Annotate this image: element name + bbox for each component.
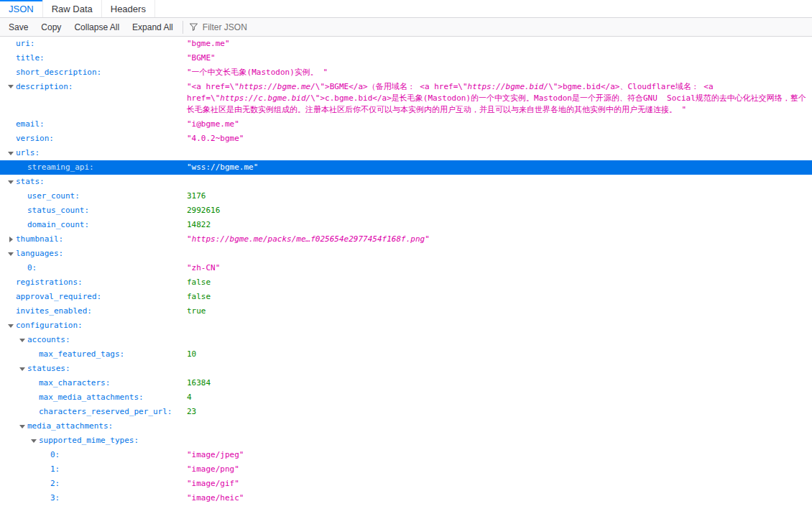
json-row-uri[interactable]: uri:"bgme.me" (0, 37, 812, 51)
key-cell: 3: (0, 491, 187, 505)
json-key: 2: (50, 477, 60, 491)
json-row-approval_required[interactable]: approval_required:false (0, 290, 812, 304)
json-key: version: (16, 132, 54, 146)
json-key: approval_required: (16, 290, 101, 304)
json-row-languages[interactable]: languages: (0, 247, 812, 261)
indent-spacer (17, 203, 27, 218)
indent-spacer (6, 290, 16, 304)
json-row-short_description[interactable]: short_description:"一个中文长毛象(Mastodon)实例。 … (0, 65, 812, 80)
json-row-statuses[interactable]: statuses: (0, 362, 812, 376)
collapse-twisty-icon[interactable] (6, 318, 16, 333)
json-key: configuration: (16, 318, 83, 333)
json-row-max_characters[interactable]: max_characters:16384 (0, 376, 812, 390)
indent-spacer (29, 376, 39, 390)
tab-json-label: JSON (9, 4, 34, 14)
json-row-status_count[interactable]: status_count:2992616 (0, 203, 812, 218)
tab-raw-data[interactable]: Raw Data (43, 0, 102, 17)
json-key: 3: (50, 491, 60, 505)
json-key: status_count: (27, 203, 89, 218)
indent-spacer (40, 462, 50, 477)
json-row-max_media_attachments[interactable]: max_media_attachments:4 (0, 390, 812, 405)
url-link[interactable]: https://bgme.bid/ (468, 82, 549, 91)
collapse-twisty-icon[interactable] (17, 333, 27, 347)
json-row-supported_mime_types[interactable]: supported_mime_types: (0, 434, 812, 448)
json-value: true (187, 306, 206, 316)
json-row-2[interactable]: 2:"image/gif" (0, 477, 812, 491)
collapse-twisty-icon[interactable] (17, 362, 27, 376)
json-value: " (425, 234, 430, 244)
expand-all-button[interactable]: Expand All (126, 18, 180, 36)
json-row-media_attachments[interactable]: media_attachments: (0, 419, 812, 434)
key-cell: 2: (0, 477, 187, 491)
filter-json-input[interactable] (203, 18, 812, 36)
json-row-urls[interactable]: urls: (0, 146, 812, 160)
collapse-twisty-icon[interactable] (29, 434, 39, 448)
json-row-4[interactable]: 4:"image/heif" (0, 505, 812, 509)
value-cell: false (187, 290, 812, 304)
json-row-user_count[interactable]: user_count:3176 (0, 189, 812, 203)
json-value: false (187, 278, 211, 287)
expand-twisty-icon[interactable] (6, 232, 16, 247)
indent-spacer (17, 160, 27, 175)
value-cell: "BGME" (187, 51, 812, 65)
collapse-twisty-icon[interactable] (6, 175, 16, 189)
json-key: urls: (16, 146, 40, 160)
json-key: short_description: (16, 65, 101, 80)
indent-spacer (6, 117, 16, 132)
json-key: max_featured_tags: (39, 347, 124, 362)
tab-headers[interactable]: Headers (102, 0, 155, 17)
value-cell: "https://bgme.me/packs/me…f025654e297745… (187, 232, 812, 247)
key-cell: 0: (0, 448, 187, 462)
json-row-accounts[interactable]: accounts: (0, 333, 812, 347)
key-cell: urls: (0, 146, 187, 160)
copy-button[interactable]: Copy (34, 18, 68, 36)
save-button[interactable]: Save (2, 18, 34, 36)
json-row-3[interactable]: 3:"image/heic" (0, 491, 812, 505)
collapse-twisty-icon[interactable] (6, 247, 16, 261)
value-cell: "zh-CN" (187, 261, 812, 275)
json-row-email[interactable]: email:"i@bgme.me" (0, 117, 812, 132)
json-row-0[interactable]: 0:"zh-CN" (0, 261, 812, 275)
json-row-1[interactable]: 1:"image/png" (0, 462, 812, 477)
value-cell (187, 362, 812, 376)
json-row-characters_reserved_per_url[interactable]: characters_reserved_per_url:23 (0, 405, 812, 419)
value-cell: "image/heic" (187, 491, 812, 505)
json-row-title[interactable]: title:"BGME" (0, 51, 812, 65)
key-cell: domain_count: (0, 218, 187, 232)
json-row-registrations[interactable]: registrations:false (0, 275, 812, 290)
json-key: registrations: (16, 275, 83, 290)
json-row-0[interactable]: 0:"image/jpeg" (0, 448, 812, 462)
json-row-max_featured_tags[interactable]: max_featured_tags:10 (0, 347, 812, 362)
tab-json[interactable]: JSON (0, 0, 43, 17)
url-link[interactable]: https://c.bgme.bid/ (220, 93, 310, 103)
json-row-stats[interactable]: stats: (0, 175, 812, 189)
json-key: media_attachments: (27, 419, 113, 434)
collapse-twisty-icon[interactable] (6, 146, 16, 160)
value-cell: "bgme.me" (187, 37, 812, 51)
collapse-twisty-icon[interactable] (17, 419, 27, 434)
json-row-invites_enabled[interactable]: invites_enabled:true (0, 304, 812, 318)
url-link[interactable]: https://bgme.me/packs/me…f025654e2977454… (192, 234, 425, 244)
json-row-domain_count[interactable]: domain_count:14822 (0, 218, 812, 232)
json-value: "wss://bgme.me" (187, 162, 258, 172)
json-row-configuration[interactable]: configuration: (0, 318, 812, 333)
json-row-description[interactable]: description:"<a href=\"https://bgme.me/\… (0, 80, 812, 117)
json-value: 23 (187, 407, 196, 416)
value-cell: 2992616 (187, 203, 812, 218)
indent-spacer (40, 477, 50, 491)
key-cell: registrations: (0, 275, 187, 290)
json-key: 4: (50, 505, 60, 509)
json-row-streaming_api[interactable]: streaming_api:"wss://bgme.me" (0, 160, 812, 175)
json-row-version[interactable]: version:"4.0.2~bgme" (0, 132, 812, 146)
json-row-thumbnail[interactable]: thumbnail:"https://bgme.me/packs/me…f025… (0, 232, 812, 247)
json-key: invites_enabled: (16, 304, 92, 318)
json-key: max_characters: (39, 376, 110, 390)
twisty-triangle (8, 152, 14, 155)
value-cell (187, 419, 812, 434)
key-cell: email: (0, 117, 187, 132)
collapse-twisty-icon[interactable] (6, 80, 16, 93)
collapse-all-button[interactable]: Collapse All (68, 18, 126, 36)
url-link[interactable]: https://bgme.me/ (239, 82, 315, 91)
key-cell: 1: (0, 462, 187, 477)
json-value: "bgme.me" (187, 39, 230, 48)
